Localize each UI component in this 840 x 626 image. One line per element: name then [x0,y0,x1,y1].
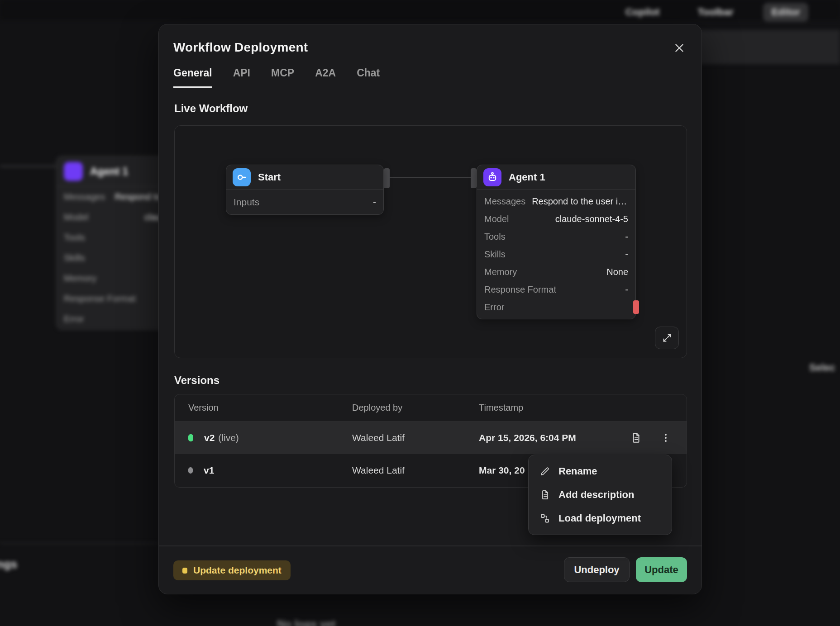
versions-table-header: Version Deployed by Timestamp [175,394,687,422]
row-label: Error [64,314,84,324]
live-status-dot [188,434,193,441]
tab-api[interactable]: API [233,67,250,88]
close-button[interactable] [669,38,689,58]
version-label: v1 [204,465,214,476]
document-icon [539,489,550,500]
pencil-icon [539,466,550,477]
row-label: Memory [64,273,96,284]
background-panel-band [697,30,840,64]
node-row-memory: Memory None [477,263,635,281]
version-label: v2 [204,432,215,443]
tab-general[interactable]: General [173,67,212,88]
background-agent-node: Agent 1 MessagesRespond to t Modelclaud … [56,156,174,330]
agent-icon [64,162,83,181]
node-title: Agent 1 [509,171,545,183]
row-label: Tools [484,232,506,242]
modal-title: Workflow Deployment [173,40,308,55]
column-header-version: Version [175,403,352,413]
node-row-skills: Skills - [477,246,635,263]
row-label: Skills [64,253,85,263]
expand-icon [662,332,673,343]
document-icon [630,432,642,444]
menu-item-load-deployment[interactable]: Load deployment [529,507,672,530]
menu-item-rename[interactable]: Rename [529,460,672,483]
deployed-by-value: Waleed Latif [352,465,479,476]
menu-item-label: Rename [558,465,597,477]
menu-item-label: Load deployment [558,512,641,524]
expand-canvas-button[interactable] [655,327,679,349]
background-cutoff-text: ngs [0,557,17,571]
row-label: Model [484,214,509,224]
tab-mcp[interactable]: MCP [271,67,294,88]
row-label: Model [64,212,88,223]
node-title: Agent 1 [90,166,128,178]
description-button[interactable] [628,430,644,446]
node-title: Start [258,171,281,183]
row-label: Inputs [234,197,259,208]
start-node[interactable]: Start Inputs - [226,165,384,215]
versions-heading: Versions [174,374,220,387]
node-row-error: Error [477,299,635,316]
menu-item-add-description[interactable]: Add description [529,483,672,507]
background-panel-divider [0,543,158,544]
nav-copilot[interactable]: Copilot [617,3,668,22]
background-edge [0,166,56,167]
row-label: Memory [484,267,517,277]
node-row-inputs: Inputs - [226,190,383,214]
error-handle-badge[interactable] [633,300,639,314]
robot-icon [483,168,501,186]
deployed-by-value: Waleed Latif [352,432,479,443]
node-row-messages: Messages Respond to the user in a… [477,193,635,210]
start-icon [233,168,251,186]
row-label: Error [484,302,504,313]
badge-label: Update deployment [193,565,282,576]
kebab-menu-icon [660,432,671,443]
nav-toolbar[interactable]: Toolbar [689,3,741,22]
agent-input-handle[interactable] [471,168,477,188]
row-label: Tools [64,232,85,243]
node-row-tools: Tools - [477,228,635,246]
row-value: None [606,267,628,277]
workflow-deployment-modal: Workflow Deployment General API MCP A2A … [158,24,702,594]
update-deployment-badge: Update deployment [173,560,291,580]
start-output-handle[interactable] [384,168,390,188]
menu-item-label: Add description [558,489,634,501]
update-button[interactable]: Update [636,557,687,582]
row-value: - [625,285,628,295]
timestamp-value: Apr 15, 2026, 6:04 PM [479,432,628,443]
background-nav: Copilot Toolbar Editor [617,3,808,22]
background-no-logs-text: No logs yet [277,618,335,626]
edge-start-to-agent [390,177,471,178]
row-value: claude-sonnet-4-5 [555,214,628,224]
background-select-text: Selec [809,362,835,374]
inactive-status-dot [188,467,193,474]
nav-editor[interactable]: Editor [763,3,808,22]
row-context-menu: Rename Add description Load deployment [528,455,672,535]
row-label: Messages [64,192,105,202]
row-value: - [625,232,628,242]
node-row-model: Model claude-sonnet-4-5 [477,210,635,228]
row-label: Messages [484,196,525,207]
column-header-deployed-by: Deployed by [352,403,479,413]
row-value: - [625,249,628,260]
close-icon [673,42,685,54]
warning-dot-icon [182,568,187,574]
table-row-v2[interactable]: v2(live) Waleed Latif Apr 15, 2026, 6:04… [175,422,687,454]
row-menu-button[interactable] [658,430,674,446]
column-header-timestamp: Timestamp [479,403,687,413]
workflow-canvas[interactable]: Start Inputs - Agent 1 [174,125,687,358]
undeploy-button[interactable]: Undeploy [564,557,630,582]
footer-divider [159,545,702,546]
modal-tabs: General API MCP A2A Chat [173,67,380,88]
live-workflow-heading: Live Workflow [174,102,248,115]
tab-chat[interactable]: Chat [357,67,380,88]
tab-a2a[interactable]: A2A [315,67,336,88]
workflow-nodes-icon [539,513,550,524]
node-row-response-format: Response Format - [477,281,635,299]
row-value: - [373,197,376,208]
row-label: Skills [484,249,506,260]
agent-node[interactable]: Agent 1 Messages Respond to the user in … [477,165,636,319]
row-value: Respond to the user in a… [532,196,628,207]
row-label: Response Format [64,294,136,304]
live-suffix: (live) [218,432,239,443]
